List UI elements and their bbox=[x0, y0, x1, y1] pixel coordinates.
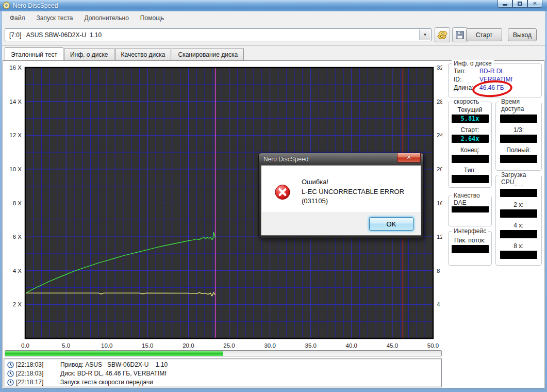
svg-text:40.0: 40.0 bbox=[346, 342, 357, 349]
svg-text:15.0: 15.0 bbox=[142, 342, 153, 349]
speed-current-label: Текущий bbox=[449, 106, 491, 113]
menu-help[interactable]: Помощь bbox=[135, 12, 170, 24]
svg-text:20.0: 20.0 bbox=[183, 342, 194, 349]
disc-id-value: VERBATIMf bbox=[479, 76, 512, 83]
discs-icon bbox=[436, 30, 449, 40]
menu-file[interactable]: Файл bbox=[4, 12, 31, 24]
clock-icon bbox=[7, 370, 14, 377]
cpu-4x-label: 4 x: bbox=[496, 222, 541, 229]
svg-text:25.0: 25.0 bbox=[223, 342, 235, 349]
peak-stream-display bbox=[452, 245, 489, 253]
speed-type-label: Тип: bbox=[449, 167, 491, 174]
close-icon: ✕ bbox=[533, 1, 537, 6]
close-button[interactable]: ✕ bbox=[527, 0, 542, 8]
log-box: [22:18:03] Привод: ASUS SBW-06D2X-U 1.10… bbox=[4, 358, 442, 387]
save-icon bbox=[455, 30, 465, 40]
menu-extra[interactable]: Дополнительно bbox=[78, 12, 134, 24]
menubar: Файл Запуск теста Дополнительно Помощь bbox=[2, 11, 545, 25]
disc-id-label: ID: bbox=[454, 76, 479, 83]
tabstrip: Эталонный тест Инф. о диске Качество дис… bbox=[2, 46, 545, 60]
tab-disc-quality[interactable]: Качество диска bbox=[115, 48, 172, 60]
cpu-2x-label: 2 x: bbox=[496, 201, 541, 208]
svg-text:32: 32 bbox=[437, 64, 442, 71]
start-button[interactable]: Старт bbox=[466, 28, 502, 41]
svg-text:28: 28 bbox=[437, 99, 442, 105]
svg-text:30.0: 30.0 bbox=[264, 342, 275, 349]
svg-text:8 X: 8 X bbox=[13, 200, 22, 206]
dialog-footer: OK bbox=[262, 213, 420, 235]
disc-length-label: Длина: bbox=[454, 84, 479, 91]
dialog-inner: Ошибка! L-EC UNCORRECTABLE ERROR (031105… bbox=[261, 165, 421, 236]
speed-end-label: Конец: bbox=[449, 146, 491, 154]
maximize-button[interactable] bbox=[512, 0, 527, 8]
maximize-icon bbox=[518, 2, 522, 6]
error-title: Ошибка! bbox=[302, 177, 413, 187]
svg-text:10 X: 10 X bbox=[9, 166, 22, 172]
menu-run-test[interactable]: Запуск теста bbox=[31, 12, 79, 24]
close-icon: ✕ bbox=[406, 154, 411, 161]
speed-start-display: 2.64x bbox=[452, 135, 489, 143]
svg-text:2 X: 2 X bbox=[13, 301, 22, 307]
dialog-title: Nero DiscSpeed bbox=[263, 156, 308, 163]
speed-start-label: Старт: bbox=[449, 126, 491, 134]
dialog-close-button[interactable]: ✕ bbox=[397, 153, 421, 162]
peak-stream-label: Пик. поток: bbox=[449, 237, 491, 244]
log-row: [22:18:03] Диск: BD-R DL, 46.46 ГБ, VERB… bbox=[7, 369, 438, 378]
window-title: Nero DiscSpeed bbox=[13, 2, 58, 9]
tab-disc-scan[interactable]: Сканирование диска bbox=[172, 48, 244, 60]
drive-select-value: [7:0] ASUS SBW-06D2X-U 1.10 bbox=[5, 31, 102, 39]
svg-text:45.0: 45.0 bbox=[387, 342, 398, 349]
svg-text:12 X: 12 X bbox=[9, 132, 22, 138]
progress-fill bbox=[5, 351, 223, 356]
app-window: Nero DiscSpeed ✕ Файл Запуск теста Допол… bbox=[0, 0, 547, 392]
access-third-display bbox=[500, 135, 537, 143]
titlebar[interactable]: Nero DiscSpeed ✕ bbox=[0, 0, 547, 11]
svg-text:16 X: 16 X bbox=[9, 64, 22, 71]
cpu-8x-label: 8 x: bbox=[496, 242, 541, 250]
disc-length-value: 46.46 ГБ bbox=[479, 84, 504, 91]
minimize-button[interactable] bbox=[498, 0, 512, 8]
progress-bar bbox=[5, 350, 442, 356]
clock-icon bbox=[7, 379, 14, 386]
svg-text:14 X: 14 X bbox=[9, 99, 22, 105]
minimize-icon bbox=[503, 4, 507, 6]
caption-buttons: ✕ bbox=[498, 0, 542, 8]
exit-button[interactable]: Выход bbox=[508, 28, 537, 41]
svg-text:16: 16 bbox=[437, 200, 442, 206]
speed-end-display bbox=[452, 155, 489, 163]
speed-type-display bbox=[452, 175, 489, 183]
log-row: [22:18:03] Привод: ASUS SBW-06D2X-U 1.10 bbox=[7, 361, 438, 369]
svg-text:5.0: 5.0 bbox=[62, 342, 70, 349]
svg-text:12: 12 bbox=[437, 234, 442, 240]
interface-box: Интерфейс Пик. поток: bbox=[448, 231, 492, 266]
interface-title: Интерфейс bbox=[452, 227, 488, 235]
cpu-load-box: Загрузка CPU 1 x: 2 x: 4 x: 8 x: bbox=[495, 175, 542, 266]
dialog-titlebar[interactable]: Nero DiscSpeed ✕ bbox=[259, 153, 423, 165]
svg-text:4 X: 4 X bbox=[13, 268, 22, 274]
toolbar: [7:0] ASUS SBW-06D2X-U 1.10 ▼ Старт Выхо… bbox=[2, 25, 545, 46]
tab-disc-info[interactable]: Инф. о диске bbox=[64, 48, 114, 60]
log-text: Запуск теста скорости передачи bbox=[60, 379, 153, 386]
chevron-down-icon[interactable]: ▼ bbox=[419, 29, 430, 40]
eject-discs-button[interactable] bbox=[435, 27, 450, 42]
cpu-2x-display bbox=[500, 209, 537, 218]
log-text: Диск: BD-R DL, 46.46 ГБ, VERBATIMf bbox=[60, 370, 167, 377]
error-message: L-EC UNCORRECTABLE ERROR (031105) bbox=[302, 187, 413, 207]
log-row: [22:18:17] Запуск теста скорости передач… bbox=[7, 378, 438, 386]
log-time: [22:18:03] bbox=[16, 361, 53, 368]
drive-select[interactable]: [7:0] ASUS SBW-06D2X-U 1.10 ▼ bbox=[5, 28, 432, 41]
disc-type-value: BD-R DL bbox=[479, 68, 504, 74]
svg-text:35.0: 35.0 bbox=[305, 342, 317, 349]
access-full-display bbox=[500, 155, 537, 163]
access-random-display bbox=[500, 115, 537, 123]
svg-text:6 X: 6 X bbox=[13, 234, 22, 240]
error-icon bbox=[275, 183, 290, 201]
save-button[interactable] bbox=[452, 27, 468, 42]
disc-info-box: Инф. о диске Тип:BD-R DL ID:VERBATIMf Дл… bbox=[448, 63, 542, 97]
clock-icon bbox=[7, 362, 14, 368]
ok-button[interactable]: OK bbox=[369, 217, 413, 231]
tab-benchmark[interactable]: Эталонный тест bbox=[5, 47, 63, 60]
speed-title: скорость bbox=[452, 98, 481, 105]
cpu-load-title: Загрузка CPU bbox=[499, 171, 541, 186]
access-full-label: Полный: bbox=[496, 146, 541, 154]
